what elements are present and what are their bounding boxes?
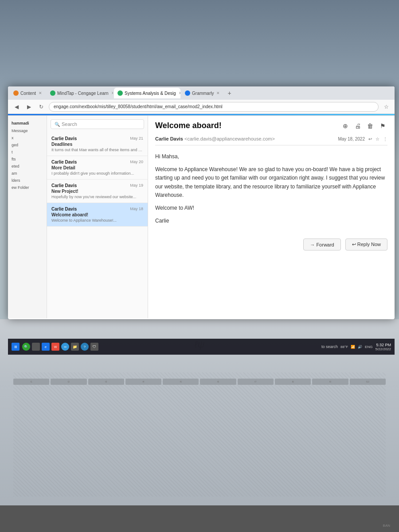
sidebar-item-lders[interactable]: lders — [8, 177, 47, 184]
language-display: ENG — [365, 345, 372, 349]
function-keys-row: f1 f2 f3 f4 f5 f6 f7 f8 f9 f10 — [13, 378, 386, 386]
tab-grammarly-close[interactable]: ✕ — [216, 91, 220, 95]
network-icon: 📶 — [351, 345, 355, 349]
email-item-moredetail[interactable]: Carlie Davis May 20 More Detail I probab… — [47, 156, 148, 180]
email-actions: → Forward ↩ Reply Now — [155, 239, 387, 250]
tab-grammarly-label: Grammarly — [192, 91, 214, 96]
reply-icon[interactable]: ↩ — [368, 137, 372, 141]
email-body-para1: Welcome to Appliance Warehouse! We are s… — [155, 165, 387, 200]
new-tab-button[interactable]: + — [224, 88, 234, 98]
email-item-deadlines-header: Carlie Davis May 21 — [51, 136, 143, 141]
more-options-icon[interactable]: ⋮ — [383, 137, 387, 141]
bookmark-icon[interactable]: ☆ — [381, 102, 391, 112]
taskbar-files-icon[interactable]: 📁 — [71, 343, 79, 351]
volume-icon[interactable]: 🔊 — [358, 345, 362, 349]
tab-grammarly[interactable]: Grammarly ✕ — [181, 88, 223, 98]
taskbar-word-icon[interactable]: W — [51, 343, 59, 351]
email-item-moredetail-header: Carlie Davis May 20 — [51, 160, 143, 164]
sidebar-item-fts[interactable]: fts — [8, 156, 47, 163]
sidebar-item-x[interactable]: x — [8, 134, 47, 141]
browser-chrome: Content ✕ MindTap - Cengage Learn ✕ Syst… — [8, 86, 395, 116]
email-item-deadlines[interactable]: Carlie Davis May 21 Deadlines It turns o… — [47, 133, 148, 156]
taskbar-system-tray: 88°F 📶 🔊 ENG 5:32 PM 5/22/2022 — [340, 343, 391, 351]
sidebar-item-am[interactable]: am — [8, 170, 47, 177]
taskbar-search-text: to search — [321, 344, 338, 349]
start-button[interactable]: ⊞ — [12, 343, 20, 351]
fn-key-f5[interactable]: f5 — [163, 379, 199, 385]
tab-mindtap-label: MindTap - Cengage Learn — [57, 91, 109, 96]
tab-content-close[interactable]: ✕ — [39, 91, 42, 95]
taskbar-infinity-icon[interactable]: ∞ — [61, 343, 69, 351]
email-item-welcome[interactable]: Carlie Davis May 18 Welcome aboard! Welc… — [47, 203, 148, 227]
compose-icon[interactable]: ⊕ — [340, 121, 350, 131]
email-signature: Carlie — [155, 217, 387, 225]
sidebar: hammadi Message x ged t fts eted am lder… — [8, 116, 47, 318]
tabs-bar: Content ✕ MindTap - Cengage Learn ✕ Syst… — [8, 86, 395, 100]
email-preview-4: Welcome to Appliance Warehouse!... — [51, 218, 143, 223]
fn-key-f10[interactable]: f10 — [350, 379, 386, 385]
laptop-bottom-text: BAN — [383, 524, 390, 528]
reply-button[interactable]: ↩ Reply Now — [345, 239, 387, 250]
tab-mindtap-icon — [50, 90, 55, 96]
email-sender-2: Carlie Davis — [51, 160, 77, 164]
email-from-name: Carlie Davis — [155, 136, 183, 141]
taskbar-help-icon[interactable]: ? — [81, 343, 89, 351]
taskbar-task-view-icon[interactable] — [32, 343, 40, 351]
email-subject-2: More Detail — [51, 165, 143, 170]
url-input[interactable] — [49, 102, 379, 112]
fn-key-f4[interactable]: f4 — [125, 379, 161, 385]
email-sender-3: Carlie Davis — [51, 183, 77, 188]
sidebar-item-eted[interactable]: eted — [8, 163, 47, 170]
temperature-display: 88°F — [340, 345, 348, 349]
email-list-panel: 🔍 Search Carlie Davis May 21 Deadlines I… — [47, 116, 148, 318]
email-main-header: Welcome aboard! ⊕ 🖨 🗑 ⚑ — [155, 121, 387, 131]
taskbar-edge-icon[interactable]: e — [42, 343, 50, 351]
fn-key-f2[interactable]: f2 — [51, 379, 86, 385]
email-body: Hi Mahsa, Welcome to Appliance Warehouse… — [155, 153, 387, 230]
taskbar-pinned-icons: 🔍 e W ∞ 📁 ? 🛡 — [22, 343, 98, 351]
refresh-button[interactable]: ↻ — [36, 102, 46, 112]
tab-mindtap-close[interactable]: ✕ — [111, 91, 113, 95]
delete-icon[interactable]: 🗑 — [365, 121, 375, 131]
fn-key-f1[interactable]: f1 — [13, 379, 49, 385]
tab-systems[interactable]: Systems Analysis & Desig ✕ — [114, 88, 180, 98]
back-button[interactable]: ◀ — [12, 102, 21, 112]
fn-key-f9[interactable]: f9 — [312, 379, 348, 385]
sidebar-item-message[interactable]: Message — [8, 127, 47, 134]
sidebar-item-ged[interactable]: ged — [8, 141, 47, 149]
tab-content[interactable]: Content ✕ — [10, 88, 46, 98]
email-received-date: May 18, 2022 — [338, 137, 365, 141]
fn-key-f3[interactable]: f3 — [88, 379, 124, 385]
forward-button[interactable]: ▶ — [24, 102, 34, 112]
email-item-newproject-header: Carlie Davis May 19 — [51, 183, 143, 188]
email-preview-2: I probably didn't give you enough inform… — [51, 171, 143, 176]
tab-systems-close[interactable]: ✕ — [179, 91, 180, 95]
tab-grammarly-icon — [185, 90, 190, 96]
tab-mindtap[interactable]: MindTap - Cengage Learn ✕ — [47, 88, 113, 98]
email-toolbar: ⊕ 🖨 🗑 ⚑ — [340, 121, 387, 131]
taskbar-shield-icon[interactable]: 🛡 — [90, 343, 98, 351]
sidebar-item-t[interactable]: t — [8, 149, 47, 156]
sidebar-item-new-folder[interactable]: ew Folder — [8, 184, 47, 191]
email-title: Welcome aboard! — [155, 121, 222, 130]
star-icon[interactable]: ☆ — [376, 137, 379, 141]
search-box[interactable]: 🔍 Search — [51, 119, 144, 129]
flag-icon[interactable]: ⚑ — [378, 121, 387, 131]
address-bar: ◀ ▶ ↻ ☆ — [8, 100, 395, 114]
email-from-address: <carlie.davis@appliancewarehouse.com> — [184, 136, 275, 141]
screen: Content ✕ MindTap - Cengage Learn ✕ Syst… — [8, 86, 395, 319]
print-icon[interactable]: 🖨 — [353, 121, 363, 131]
taskbar-date: 5/22/2022 — [375, 347, 391, 351]
fn-key-f8[interactable]: f8 — [275, 379, 311, 385]
keyboard-texture — [13, 372, 386, 497]
tab-systems-icon — [117, 90, 123, 96]
fn-key-f7[interactable]: f7 — [238, 379, 274, 385]
email-item-newproject[interactable]: Carlie Davis May 19 New Project! Hopeful… — [47, 180, 148, 203]
forward-button-action[interactable]: → Forward — [303, 239, 340, 250]
email-subject-3: New Project! — [51, 189, 143, 194]
fn-key-f6[interactable]: f6 — [200, 379, 236, 385]
taskbar-search-icon[interactable]: 🔍 — [22, 343, 30, 351]
taskbar-time: 5:32 PM — [375, 343, 391, 347]
email-meta-right: May 18, 2022 ↩ ☆ ⋮ — [338, 137, 387, 141]
email-sender-1: Carlie Davis — [51, 136, 77, 141]
